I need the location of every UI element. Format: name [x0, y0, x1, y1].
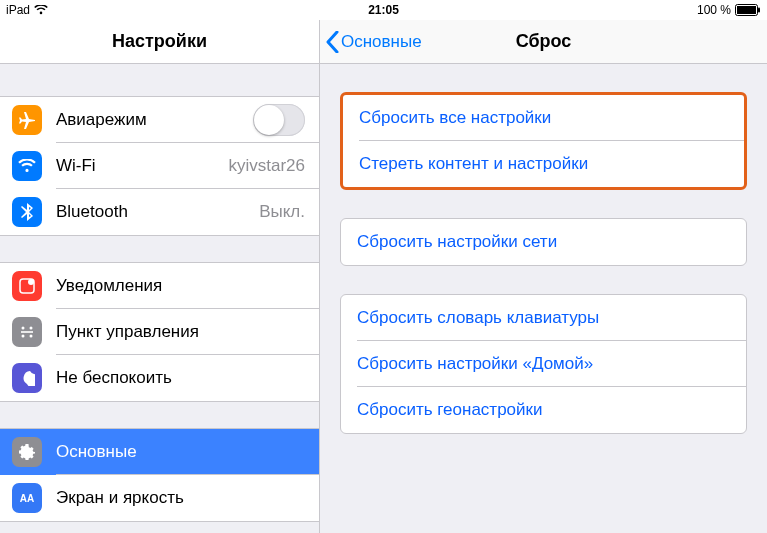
detail-pane: Основные Сброс Сбросить все настройки Ст…: [320, 20, 767, 533]
svg-point-7: [22, 335, 25, 338]
detail-title: Сброс: [516, 31, 572, 52]
sidebar-gap: [0, 236, 319, 262]
bluetooth-label: Bluetooth: [56, 202, 259, 222]
detail-gap: [320, 190, 767, 218]
bluetooth-value: Выкл.: [259, 202, 305, 222]
svg-point-6: [30, 327, 33, 330]
reset-location-privacy[interactable]: Сбросить геонастройки: [341, 387, 746, 433]
status-time: 21:05: [368, 3, 399, 17]
svg-rect-2: [758, 8, 760, 13]
sidebar-item-bluetooth[interactable]: Bluetooth Выкл.: [0, 189, 319, 235]
sidebar-group-connectivity: Авиарежим Wi-Fi kyivstar26 Blue: [0, 96, 319, 236]
gear-icon: [12, 437, 42, 467]
split-view: Настройки Авиарежим Wi-Fi: [0, 20, 767, 533]
reset-all-label: Сбросить все настройки: [359, 108, 551, 128]
reset-keyboard-label: Сбросить словарь клавиатуры: [357, 308, 599, 328]
status-left: iPad: [6, 3, 48, 17]
airplane-switch[interactable]: [253, 104, 305, 136]
sidebar-group-notifications: Уведомления Пункт управления Не беспокои…: [0, 262, 319, 402]
sidebar-item-wifi[interactable]: Wi-Fi kyivstar26: [0, 143, 319, 189]
battery-percent: 100 %: [697, 3, 731, 17]
sidebar-item-display[interactable]: AA Экран и яркость: [0, 475, 319, 521]
notifications-label: Уведомления: [56, 276, 319, 296]
notifications-icon: [12, 271, 42, 301]
airplane-icon: [12, 105, 42, 135]
sidebar-item-general[interactable]: Основные: [0, 429, 319, 475]
wifi-icon: [34, 5, 48, 15]
status-bar: iPad 21:05 100 %: [0, 0, 767, 20]
app-root: iPad 21:05 100 % Настройки: [0, 0, 767, 533]
sidebar-item-control-center[interactable]: Пункт управления: [0, 309, 319, 355]
erase-content-settings[interactable]: Стереть контент и настройки: [343, 141, 744, 187]
sidebar-title: Настройки: [112, 31, 207, 52]
svg-point-5: [22, 327, 25, 330]
reset-home-label: Сбросить настройки «Домой»: [357, 354, 593, 374]
sidebar-item-dnd[interactable]: Не беспокоить: [0, 355, 319, 401]
general-label: Основные: [56, 442, 319, 462]
sidebar-gap: [0, 64, 319, 96]
dnd-label: Не беспокоить: [56, 368, 319, 388]
detail-gap: [320, 266, 767, 294]
control-center-label: Пункт управления: [56, 322, 319, 342]
airplane-label: Авиарежим: [56, 110, 253, 130]
detail-group-network: Сбросить настройки сети: [340, 218, 747, 266]
control-center-icon: [12, 317, 42, 347]
sidebar-navbar: Настройки: [0, 20, 319, 64]
wifi-settings-icon: [12, 151, 42, 181]
wifi-value: kyivstar26: [228, 156, 305, 176]
detail-group-other: Сбросить словарь клавиатуры Сбросить нас…: [340, 294, 747, 434]
back-button[interactable]: Основные: [320, 31, 422, 53]
detail-navbar: Основные Сброс: [320, 20, 767, 64]
svg-text:AA: AA: [20, 493, 34, 504]
display-label: Экран и яркость: [56, 488, 319, 508]
bluetooth-icon: [12, 197, 42, 227]
back-label: Основные: [341, 32, 422, 52]
erase-content-label: Стереть контент и настройки: [359, 154, 588, 174]
sidebar-item-notifications[interactable]: Уведомления: [0, 263, 319, 309]
sidebar-gap: [0, 402, 319, 428]
reset-network-label: Сбросить настройки сети: [357, 232, 557, 252]
sidebar-group-general: Основные AA Экран и яркость: [0, 428, 319, 522]
reset-all-settings[interactable]: Сбросить все настройки: [343, 95, 744, 141]
detail-group-reset-main: Сбросить все настройки Стереть контент и…: [340, 92, 747, 190]
sidebar: Настройки Авиарежим Wi-Fi: [0, 20, 320, 533]
svg-point-4: [28, 279, 34, 285]
chevron-left-icon: [326, 31, 339, 53]
device-label: iPad: [6, 3, 30, 17]
wifi-label: Wi-Fi: [56, 156, 228, 176]
reset-home-layout[interactable]: Сбросить настройки «Домой»: [341, 341, 746, 387]
reset-keyboard-dictionary[interactable]: Сбросить словарь клавиатуры: [341, 295, 746, 341]
sidebar-item-airplane[interactable]: Авиарежим: [0, 97, 319, 143]
dnd-icon: [12, 363, 42, 393]
status-right: 100 %: [697, 3, 761, 17]
reset-location-label: Сбросить геонастройки: [357, 400, 543, 420]
svg-rect-1: [737, 6, 756, 14]
detail-gap: [320, 64, 767, 92]
display-icon: AA: [12, 483, 42, 513]
svg-point-8: [30, 335, 33, 338]
svg-rect-9: [21, 331, 33, 333]
reset-network-settings[interactable]: Сбросить настройки сети: [341, 219, 746, 265]
battery-icon: [735, 4, 761, 16]
